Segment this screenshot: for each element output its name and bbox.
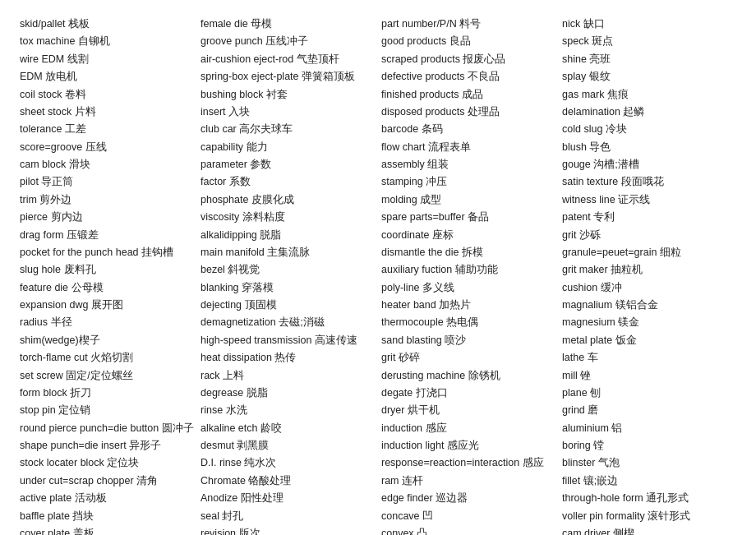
term-item: heater band 加热片 <box>381 297 555 313</box>
term-item: stamping 冲压 <box>381 174 555 190</box>
term-item: round pierce punch=die button 圆冲子 <box>20 421 194 436</box>
term-item: degate 打浇口 <box>381 385 555 401</box>
term-item: rack 上料 <box>201 368 375 384</box>
term-item: blush 导色 <box>562 140 736 155</box>
term-item: dejecting 顶固模 <box>201 297 375 313</box>
term-item: ram 连杆 <box>381 473 555 489</box>
column-col2: female die 母模groove punch 压线冲子air-cushio… <box>201 16 375 535</box>
term-item: magnesium 镁金 <box>562 315 736 330</box>
term-item: EDM 放电机 <box>20 69 194 85</box>
term-item: convex 凸 <box>381 526 555 535</box>
term-item: high-speed transmission 高速传速 <box>201 333 375 348</box>
term-item: stock locater block 定位块 <box>20 455 194 471</box>
column-col4: nick 缺口speck 斑点shine 亮班splay 银纹gas mark … <box>562 16 736 535</box>
term-item: seal 封孔 <box>201 509 375 524</box>
term-item: alkaline etch 龄咬 <box>201 421 375 436</box>
term-item: disposed products 处理品 <box>381 104 555 120</box>
term-item: derusting machine 除锈机 <box>381 368 555 384</box>
term-item: wire EDM 线割 <box>20 52 194 67</box>
term-item: viscosity 涂料粘度 <box>201 210 375 225</box>
term-item: metal plate 饭金 <box>562 333 736 348</box>
term-item: main manifold 主集流脉 <box>201 245 375 261</box>
term-item: coil stock 卷料 <box>20 87 194 103</box>
term-item: bezel 斜视觉 <box>201 262 375 278</box>
term-item: tox machine 自铆机 <box>20 34 194 49</box>
term-item: coordinate 座标 <box>381 228 555 243</box>
column-col3: part number/P/N 料号good products 良品scrape… <box>381 16 555 535</box>
term-item: radius 半径 <box>20 315 194 330</box>
term-item: good products 良品 <box>381 34 555 49</box>
term-item: voller pin formality 滚针形式 <box>562 509 736 524</box>
term-item: club car 高尔夫球车 <box>201 122 375 137</box>
term-item: feature die 公母模 <box>20 280 194 296</box>
term-item: shape punch=die insert 异形子 <box>20 438 194 454</box>
term-item: groove punch 压线冲子 <box>201 34 375 49</box>
term-item: blinster 气泡 <box>562 455 736 471</box>
term-item: lathe 车 <box>562 350 736 366</box>
term-item: parameter 参数 <box>201 157 375 173</box>
term-item: through-hole form 通孔形式 <box>562 491 736 506</box>
term-item: edge finder 巡边器 <box>381 491 555 506</box>
term-item: air-cushion eject-rod 气垫顶杆 <box>201 52 375 67</box>
term-item: cam driver 侧楔 <box>562 526 736 535</box>
term-item: form block 折刀 <box>20 385 194 401</box>
term-item: bushing block 衬套 <box>201 87 375 103</box>
term-item: spring-box eject-plate 弹簧箱顶板 <box>201 69 375 85</box>
term-item: induction light 感应光 <box>381 438 555 454</box>
main-content: skid/pallet 栈板tox machine 自铆机wire EDM 线割… <box>20 16 736 535</box>
term-item: gas mark 焦痕 <box>562 87 736 103</box>
term-item: nick 缺口 <box>562 16 736 32</box>
term-item: molding 成型 <box>381 192 555 208</box>
term-item: assembly 组装 <box>381 157 555 173</box>
term-item: barcode 条码 <box>381 122 555 137</box>
term-item: alkalidipping 脱脂 <box>201 228 375 243</box>
term-item: capability 能力 <box>201 140 375 155</box>
term-item: magnalium 镁铝合金 <box>562 297 736 313</box>
term-item: grind 磨 <box>562 403 736 418</box>
term-item: desmut 剥黑膜 <box>201 438 375 454</box>
term-item: shine 亮班 <box>562 52 736 67</box>
term-item: revision 版次 <box>201 526 375 535</box>
term-item: aluminium 铝 <box>562 421 736 436</box>
term-item: slug hole 废料孔 <box>20 262 194 278</box>
term-item: satin texture 段面哦花 <box>562 174 736 190</box>
term-item: dryer 烘干机 <box>381 403 555 418</box>
term-item: rinse 水洗 <box>201 403 375 418</box>
term-item: expansion dwg 展开图 <box>20 297 194 313</box>
column-col1: skid/pallet 栈板tox machine 自铆机wire EDM 线割… <box>20 16 194 535</box>
term-item: D.I. rinse 纯水次 <box>201 455 375 471</box>
term-item: pilot 导正筒 <box>20 174 194 190</box>
term-item: drag form 压锻差 <box>20 228 194 243</box>
term-item: mill 锉 <box>562 368 736 384</box>
term-item: tolerance 工差 <box>20 122 194 137</box>
term-item: trim 剪外边 <box>20 192 194 208</box>
term-item: thermocouple 热电偶 <box>381 315 555 330</box>
term-item: baffle plate 挡块 <box>20 509 194 524</box>
term-item: factor 系数 <box>201 174 375 190</box>
term-item: patent 专利 <box>562 210 736 225</box>
term-item: demagnetization 去磁;消磁 <box>201 315 375 330</box>
term-item: scraped products 报废心品 <box>381 52 555 67</box>
term-item: sheet stock 片料 <box>20 104 194 120</box>
term-item: concave 凹 <box>381 509 555 524</box>
term-item: score=groove 压线 <box>20 140 194 155</box>
term-item: Chromate 铬酸处理 <box>201 473 375 489</box>
term-item: cam block 滑块 <box>20 157 194 173</box>
term-item: spare parts=buffer 备品 <box>381 210 555 225</box>
term-item: defective products 不良品 <box>381 69 555 85</box>
term-item: grit 砂碎 <box>381 350 555 366</box>
term-item: Anodize 阳性处理 <box>201 491 375 506</box>
term-item: under cut=scrap chopper 清角 <box>20 473 194 489</box>
term-item: shim(wedge)楔子 <box>20 333 194 348</box>
term-item: speck 斑点 <box>562 34 736 49</box>
term-item: dismantle the die 拆模 <box>381 245 555 261</box>
term-item: auxiliary fuction 辅助功能 <box>381 262 555 278</box>
term-item: cover plate 盖板 <box>20 526 194 535</box>
term-item: finished products 成品 <box>381 87 555 103</box>
term-item: degrease 脱脂 <box>201 385 375 401</box>
term-item: phosphate 皮膜化成 <box>201 192 375 208</box>
term-item: blanking 穿落模 <box>201 280 375 296</box>
term-item: fillet 镶;嵌边 <box>562 473 736 489</box>
term-item: cold slug 冷块 <box>562 122 736 137</box>
term-item: stop pin 定位销 <box>20 403 194 418</box>
